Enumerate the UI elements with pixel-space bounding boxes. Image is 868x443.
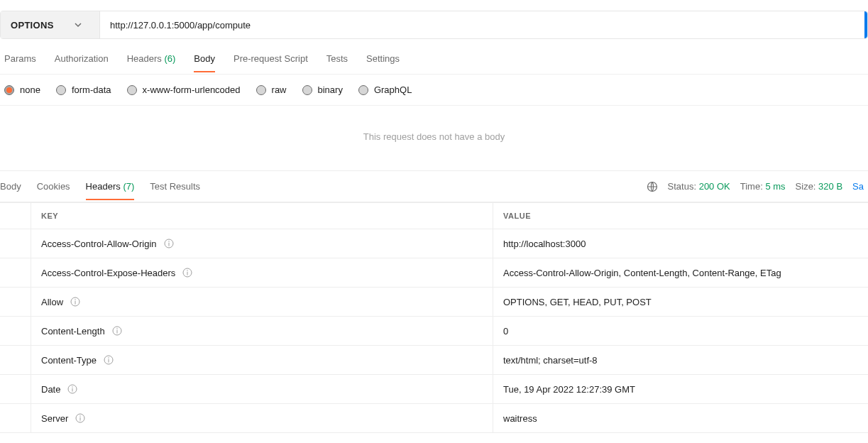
- table-row[interactable]: DateTue, 19 Apr 2022 12:27:39 GMT: [0, 375, 868, 404]
- header-value-text: OPTIONS, GET, HEAD, PUT, POST: [503, 297, 652, 307]
- row-handle: [0, 229, 31, 258]
- header-key-text: Access-Control-Allow-Origin: [41, 239, 157, 249]
- header-key-cell[interactable]: Access-Control-Expose-Headers: [31, 258, 493, 287]
- body-type-row: none form-data x-www-form-urlencoded raw…: [0, 75, 868, 106]
- tab-tests[interactable]: Tests: [326, 53, 348, 72]
- send-button[interactable]: [864, 11, 867, 38]
- row-handle: [0, 375, 31, 403]
- body-type-graphql[interactable]: GraphQL: [358, 84, 412, 95]
- method-label: OPTIONS: [11, 20, 54, 31]
- header-value-text: Access-Control-Allow-Origin, Content-Len…: [503, 268, 781, 278]
- info-icon[interactable]: [164, 239, 174, 248]
- tab-headers[interactable]: Headers (6): [127, 53, 176, 72]
- method-dropdown[interactable]: OPTIONS: [1, 11, 100, 38]
- row-handle: [0, 317, 31, 345]
- header-value-cell[interactable]: waitress: [493, 404, 868, 432]
- header-key-text: Content-Length: [41, 326, 105, 337]
- info-icon[interactable]: [67, 384, 77, 394]
- info-icon[interactable]: [75, 413, 85, 423]
- body-type-binary[interactable]: binary: [302, 84, 343, 95]
- svg-point-8: [116, 328, 117, 329]
- header-key-text: Content-Type: [41, 355, 97, 366]
- header-value-text: http://localhost:3000: [503, 239, 586, 249]
- radio-icon: [56, 85, 66, 95]
- radio-icon: [127, 85, 137, 95]
- header-key-cell[interactable]: Allow: [31, 288, 493, 316]
- table-row[interactable]: AllowOPTIONS, GET, HEAD, PUT, POST: [0, 288, 868, 317]
- header-key-text: Allow: [41, 297, 63, 307]
- chevron-down-icon: [74, 21, 82, 29]
- table-header: KEY VALUE: [0, 202, 868, 229]
- col-value-header: VALUE: [493, 203, 868, 229]
- table-row[interactable]: Serverwaitress: [0, 404, 868, 433]
- body-type-x-www-form-urlencoded[interactable]: x-www-form-urlencoded: [127, 84, 241, 95]
- header-key-cell[interactable]: Content-Type: [31, 346, 493, 374]
- info-icon[interactable]: [182, 268, 192, 278]
- header-value-cell[interactable]: text/html; charset=utf-8: [493, 346, 868, 374]
- request-bar: OPTIONS http://127.0.0.1:5000/app/comput…: [0, 11, 868, 39]
- table-row[interactable]: Access-Control-Expose-HeadersAccess-Cont…: [0, 258, 868, 288]
- info-icon[interactable]: [70, 297, 80, 307]
- row-handle: [0, 288, 31, 316]
- tab-settings[interactable]: Settings: [366, 53, 400, 72]
- header-value-text: 0: [503, 326, 508, 337]
- radio-icon: [302, 85, 312, 95]
- radio-icon: [358, 85, 368, 95]
- header-value-cell[interactable]: Access-Control-Allow-Origin, Content-Len…: [493, 258, 868, 287]
- row-handle: [0, 404, 31, 432]
- body-type-form-data[interactable]: form-data: [56, 84, 111, 95]
- size-block[interactable]: Size: 320 B: [796, 181, 843, 192]
- body-type-none[interactable]: none: [4, 84, 40, 95]
- tab-params[interactable]: Params: [4, 53, 36, 72]
- row-handle: [0, 346, 31, 374]
- header-value-text: Tue, 19 Apr 2022 12:27:39 GMT: [503, 384, 635, 395]
- table-row[interactable]: Content-Typetext/html; charset=utf-8: [0, 346, 868, 375]
- resp-tab-test-results[interactable]: Test Results: [150, 181, 200, 200]
- response-headers-table: KEY VALUE Access-Control-Allow-Originhtt…: [0, 202, 868, 433]
- url-text: http://127.0.0.1:5000/app/compute: [110, 20, 251, 31]
- col-handle: [0, 203, 31, 229]
- radio-icon: [256, 85, 266, 95]
- row-handle: [0, 258, 31, 287]
- info-icon[interactable]: [104, 355, 114, 365]
- svg-point-4: [187, 270, 188, 270]
- body-empty-message: This request does not have a body: [0, 106, 868, 170]
- svg-point-2: [168, 241, 169, 241]
- response-meta: Status: 200 OK Time: 5 ms Size: 320 B Sa: [647, 181, 868, 192]
- globe-icon[interactable]: [647, 181, 658, 192]
- resp-tab-cookies[interactable]: Cookies: [37, 181, 70, 200]
- tab-body[interactable]: Body: [194, 53, 215, 72]
- url-input[interactable]: http://127.0.0.1:5000/app/compute: [100, 11, 864, 38]
- header-key-cell[interactable]: Content-Length: [31, 317, 493, 345]
- body-type-raw[interactable]: raw: [256, 84, 287, 95]
- svg-point-6: [75, 299, 75, 300]
- header-key-cell[interactable]: Server: [31, 404, 493, 432]
- col-key-header: KEY: [31, 203, 493, 229]
- header-value-text: text/html; charset=utf-8: [503, 355, 598, 366]
- tab-authorization[interactable]: Authorization: [55, 53, 109, 72]
- header-value-cell[interactable]: OPTIONS, GET, HEAD, PUT, POST: [493, 288, 868, 316]
- svg-point-10: [108, 357, 109, 358]
- status-block[interactable]: Status: 200 OK: [668, 181, 730, 192]
- header-value-text: waitress: [503, 413, 537, 424]
- resp-tab-body[interactable]: Body: [0, 181, 21, 200]
- table-row[interactable]: Access-Control-Allow-Originhttp://localh…: [0, 229, 868, 258]
- header-value-cell[interactable]: 0: [493, 317, 868, 345]
- header-value-cell[interactable]: http://localhost:3000: [493, 229, 868, 258]
- time-block[interactable]: Time: 5 ms: [740, 181, 786, 192]
- resp-tab-headers[interactable]: Headers (7): [86, 181, 135, 200]
- response-tabs: Body Cookies Headers (7) Test Results: [0, 171, 200, 202]
- header-key-cell[interactable]: Access-Control-Allow-Origin: [31, 229, 493, 258]
- header-value-cell[interactable]: Tue, 19 Apr 2022 12:27:39 GMT: [493, 375, 868, 403]
- tab-pre-request-script[interactable]: Pre-request Script: [234, 53, 308, 72]
- table-row[interactable]: Content-Length0: [0, 317, 868, 346]
- response-bar: Body Cookies Headers (7) Test Results St…: [0, 170, 868, 202]
- header-key-cell[interactable]: Date: [31, 375, 493, 403]
- header-key-text: Server: [41, 413, 68, 424]
- header-key-text: Date: [41, 384, 60, 395]
- svg-point-12: [72, 386, 73, 387]
- save-response-button[interactable]: Sa: [852, 181, 864, 192]
- header-key-text: Access-Control-Expose-Headers: [41, 268, 175, 278]
- radio-icon: [4, 85, 14, 95]
- info-icon[interactable]: [112, 326, 122, 336]
